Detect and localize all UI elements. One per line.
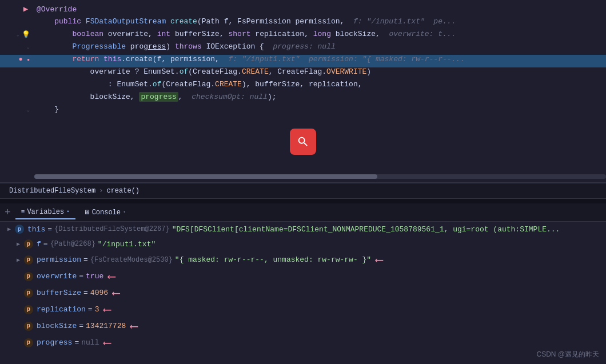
var-eq-overwrite: =: [79, 272, 83, 281]
var-value-replication: 3: [95, 305, 99, 314]
var-row-buffersize[interactable]: ▶ p bufferSize = 4096 ⟵: [0, 285, 606, 301]
var-name-progress: progress: [37, 338, 72, 347]
var-icon-this: p: [15, 225, 24, 234]
variables-tab-label: Variables: [27, 208, 64, 216]
var-expand-this[interactable]: ▶: [5, 225, 14, 234]
code-text-8: blockSize, progress, checksumOpt: null);: [34, 93, 601, 101]
code-line-9: ⌄ }: [0, 105, 606, 118]
gutter-1: ▶: [0, 5, 34, 13]
code-text-9: }: [34, 105, 601, 114]
editor-scrollbar[interactable]: [34, 174, 606, 179]
var-value-f: "/input1.txt": [98, 240, 156, 249]
var-value-overwrite: true: [86, 272, 103, 281]
var-name-permission: permission: [37, 255, 81, 264]
debug-toolbar: + ≡ Variables • 🖥 Console •: [0, 203, 606, 222]
code-content: ▶ @Override public FSDataOutputStream cr…: [0, 0, 606, 122]
variables-list: ▶ p this = {DistributedFileSystem@2267} …: [0, 222, 606, 364]
var-row-f[interactable]: ▶ p f = {Path@2268} "/input1.txt": [0, 237, 606, 251]
search-icon: [297, 135, 309, 148]
code-text-6: overwrite ? EnumSet.of(CreateFlag.CREATE…: [34, 67, 601, 76]
breadcrumb-separator: ›: [99, 187, 103, 195]
var-type-permission: {FsCreateModes@2530}: [90, 256, 173, 264]
arrow-overwrite: ⟵: [108, 269, 115, 283]
var-name-blocksize: blockSize: [37, 322, 77, 330]
search-button[interactable]: [290, 129, 316, 155]
arrow-gutter-icon: ▶: [22, 5, 30, 13]
stop-icon: ●: [17, 55, 25, 63]
var-expand-permission[interactable]: ▶: [14, 255, 23, 265]
fold-icon: ⌄: [17, 31, 19, 38]
var-value-permission: "{ masked: rw-r--r--, unmasked: rw-rw-rw…: [175, 255, 371, 264]
var-name-buffersize: bufferSize: [37, 289, 81, 297]
variables-tab-pin: •: [66, 209, 69, 215]
var-row-replication[interactable]: ▶ p replication = 3 ⟵: [0, 301, 606, 318]
var-row-progress[interactable]: ▶ p progress = null ⟵: [0, 334, 606, 351]
console-tab-label: Console: [92, 209, 121, 217]
code-text-5: return this.create(f, permission, f: "/i…: [34, 55, 601, 63]
var-value-this: "DFS[DFSClient[clientName=DFSClient_NONM…: [172, 225, 560, 234]
var-icon-overwrite: p: [24, 272, 33, 281]
breadcrumb-bar: DistributedFileSystem › create(): [0, 183, 606, 199]
var-expand-f[interactable]: ▶: [14, 239, 23, 249]
code-line-5: ● ● return this.create(f, permission, f:…: [0, 55, 606, 67]
editor-scrollbar-thumb: [34, 174, 377, 179]
tab-console[interactable]: 🖥 Console •: [78, 206, 132, 219]
code-text-7: : EnumSet.of(CreateFlag.CREATE), bufferS…: [34, 80, 601, 89]
fold-icon-4: ⌄: [27, 44, 30, 50]
editor-area: ▶ @Override public FSDataOutputStream cr…: [0, 0, 606, 183]
var-row-overwrite[interactable]: ▶ p overwrite = true ⟵: [0, 268, 606, 285]
fold-icon-9: ⌄: [27, 107, 30, 113]
code-text-1: @Override: [34, 5, 601, 14]
breadcrumb-child[interactable]: create(): [106, 187, 139, 195]
var-value-blocksize: 134217728: [86, 322, 126, 330]
debug-panel: + ≡ Variables • 🖥 Console • ▶ p this = {…: [0, 203, 606, 364]
code-line-2: public FSDataOutputStream create(Path f,…: [0, 17, 606, 30]
gutter-3: ⌄ 💡: [0, 31, 34, 39]
code-line-3: ⌄ 💡 boolean overwrite, int bufferSize, s…: [0, 30, 606, 42]
arrow-progress: ⟵: [103, 335, 110, 350]
var-icon-progress: p: [24, 338, 33, 347]
code-line-7: : EnumSet.of(CreateFlag.CREATE), bufferS…: [0, 80, 606, 93]
var-eq-buffersize: =: [83, 289, 88, 297]
var-eq-replication: =: [88, 305, 93, 314]
variables-tab-icon: ≡: [21, 209, 25, 215]
attribution: CSDN @遇见的昨天: [536, 350, 599, 359]
var-icon-replication: p: [24, 305, 33, 314]
code-line-6: overwrite ? EnumSet.of(CreateFlag.CREATE…: [0, 67, 606, 80]
gutter-9: ⌄: [0, 107, 34, 113]
gutter-4: ⌄: [0, 44, 34, 50]
console-tab-icon: 🖥: [83, 209, 90, 216]
var-type-f: {Path@2268}: [50, 240, 95, 248]
panel-divider: [0, 199, 606, 203]
var-name-this: this: [27, 225, 45, 234]
var-row-permission[interactable]: ▶ p permission = {FsCreateModes@2530} "{…: [0, 251, 606, 268]
breakpoint-icon: ●: [27, 57, 30, 62]
var-row-blocksize[interactable]: ▶ p blockSize = 134217728 ⟵: [0, 318, 606, 334]
code-line-8: blockSize, progress, checksumOpt: null);: [0, 93, 606, 105]
code-text-2: public FSDataOutputStream create(Path f,…: [34, 17, 601, 26]
var-eq-this: =: [47, 225, 52, 234]
gutter-5: ● ●: [0, 55, 34, 63]
arrow-blocksize: ⟵: [130, 319, 137, 333]
console-tab-pin: •: [123, 210, 126, 215]
var-eq-f: =: [43, 240, 48, 249]
code-text-3: boolean overwrite, int bufferSize, short…: [34, 30, 601, 38]
breadcrumb-root[interactable]: DistributedFileSystem: [9, 187, 95, 195]
code-line-1: ▶ @Override: [0, 5, 606, 17]
var-eq-blocksize: =: [79, 322, 83, 330]
code-line-4: ⌄ Progressable progress) throws IOExcept…: [0, 42, 606, 55]
var-icon-f: p: [24, 239, 33, 249]
var-name-f: f: [37, 240, 41, 249]
var-icon-permission: p: [24, 255, 33, 265]
var-eq-progress: =: [74, 338, 79, 347]
add-button[interactable]: +: [5, 207, 11, 218]
tab-variables[interactable]: ≡ Variables •: [15, 206, 75, 219]
arrow-permission: ⟵: [376, 253, 382, 267]
var-icon-blocksize: p: [24, 322, 33, 331]
var-icon-buffersize: p: [24, 289, 33, 298]
var-row-this[interactable]: ▶ p this = {DistributedFileSystem@2267} …: [0, 222, 606, 237]
var-value-buffersize: 4096: [90, 289, 108, 297]
light-gutter-icon: 💡: [22, 31, 30, 39]
var-name-overwrite: overwrite: [37, 272, 77, 281]
var-eq-permission: =: [83, 255, 88, 264]
